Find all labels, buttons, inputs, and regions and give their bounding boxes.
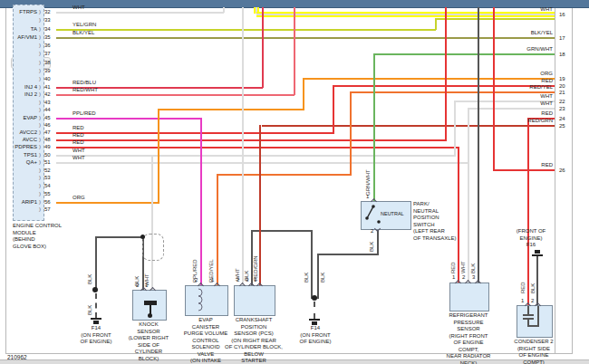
wire-blk-knock-drain[interactable] bbox=[96, 236, 143, 238]
cond-plate1 bbox=[523, 314, 534, 316]
ecm-pin-number: 46 bbox=[44, 122, 51, 129]
ecm-pin-wire-color: ORG bbox=[72, 195, 85, 201]
ecm-pin-bracket: ) bbox=[39, 206, 41, 213]
wire-pdpres-red[interactable] bbox=[56, 147, 459, 148]
ecm-pin-wire-color: RED/BLU bbox=[72, 80, 96, 86]
wire-refblk-up[interactable] bbox=[478, 7, 479, 283]
wire-inj2-redwht[interactable] bbox=[56, 94, 294, 96]
wire-evap-pplred[interactable] bbox=[56, 118, 201, 120]
wire-wht-t23[interactable] bbox=[468, 108, 555, 110]
ecm-pin-number: 39 bbox=[44, 68, 51, 74]
wire-inj4-up[interactable] bbox=[262, 7, 264, 88]
wire-left-gnd[interactable] bbox=[95, 236, 97, 290]
pcs-box[interactable] bbox=[234, 285, 275, 316]
wire-avcc-up[interactable] bbox=[445, 7, 447, 141]
wire-avcc2-riser[interactable] bbox=[333, 85, 334, 134]
bottom-scrollbar[interactable] bbox=[0, 359, 589, 364]
ecm-pin-wire-color: BLK/YEL bbox=[72, 30, 94, 36]
wire-yelgrn-riser[interactable] bbox=[435, 18, 437, 30]
ecm-pin-number: 52 bbox=[44, 168, 51, 174]
switch-caption: PARK/ NEUTRAL POSITION SWITCH (LEFT REAR… bbox=[413, 201, 468, 242]
wire-redyel-lower[interactable] bbox=[217, 174, 352, 176]
wire-redyel-down[interactable] bbox=[217, 174, 218, 285]
wire-grnwht-down[interactable] bbox=[373, 53, 375, 201]
wire-redyel-riser[interactable] bbox=[350, 91, 352, 175]
wire-red-t26[interactable] bbox=[494, 169, 555, 171]
wire-arip1-org[interactable] bbox=[56, 202, 159, 204]
wire-cond-red-up[interactable] bbox=[527, 118, 529, 305]
ecm-pin-name: AVCC2 bbox=[10, 129, 37, 136]
wire-t26-up[interactable] bbox=[493, 7, 495, 171]
ecm-pin-bracket: ) bbox=[39, 17, 41, 24]
ecm-pin-number: 57 bbox=[44, 206, 51, 213]
wire-blk-switch-gnd[interactable] bbox=[319, 254, 379, 255]
wire-tps1-wht[interactable] bbox=[56, 155, 455, 157]
vlabel-switch-blk: BLK bbox=[369, 234, 375, 252]
diagram-id: 210962 bbox=[7, 354, 27, 360]
ecm-pin-number: 32 bbox=[44, 9, 51, 15]
terminal-wire-color: RED bbox=[503, 78, 553, 84]
wire-ta-yelgrn[interactable] bbox=[56, 29, 436, 31]
ecm-pin-wire-color: PPL/RED bbox=[72, 110, 96, 117]
ecm-pin-number: 40 bbox=[44, 76, 51, 82]
ground-f14-left-label: F14 (ON FRONT OF ENGINE) bbox=[72, 325, 120, 346]
ecm-pin-bracket: ) bbox=[39, 51, 41, 57]
ecm-pin-number: 45 bbox=[44, 115, 51, 121]
wiring-diagram-viewer: 210962 210962 ENGINE CONTROL MODULE (BEH… bbox=[0, 0, 589, 364]
ecm-pin-number: 56 bbox=[44, 199, 51, 206]
terminal-wire-color: WHT bbox=[503, 93, 553, 100]
wire-org-riser1[interactable] bbox=[158, 109, 159, 204]
wire-pplred-down[interactable] bbox=[200, 118, 202, 285]
evap-pin1-num: 1 bbox=[211, 277, 214, 283]
terminal-number: 25 bbox=[559, 123, 565, 129]
ecm-pin-bracket: ) bbox=[39, 183, 41, 189]
cond-right-lead bbox=[537, 306, 539, 326]
wire-pcs-wht-up[interactable] bbox=[242, 7, 244, 285]
ecm-pin-bracket: ) bbox=[39, 191, 41, 197]
wire-blk-r1[interactable] bbox=[317, 254, 319, 299]
ecm-pin-bracket: ) bbox=[39, 84, 41, 91]
wire-ftrps-wht[interactable] bbox=[56, 12, 224, 14]
wire-afvm1-blkyel[interactable] bbox=[56, 37, 555, 39]
wire-tps1-riser[interactable] bbox=[454, 101, 456, 157]
vlabel-ref-wht: WHT bbox=[460, 255, 467, 273]
wire-wht-t16[interactable] bbox=[256, 14, 555, 15]
ecm-pin-bracket: ) bbox=[39, 34, 41, 41]
wire-knock-wht[interactable] bbox=[151, 155, 153, 290]
ecm-pin-number: 51 bbox=[44, 159, 51, 166]
vlabel-cond-red: RED bbox=[520, 275, 526, 293]
terminal-number: 16 bbox=[559, 12, 565, 18]
wire-org-riser2[interactable] bbox=[303, 78, 304, 110]
ecm-pin-bracket: ) bbox=[39, 152, 41, 158]
vlabel-gnd-blk-2: BLK bbox=[87, 297, 93, 315]
wire-yelgrn-upper[interactable] bbox=[436, 18, 555, 20]
terminal-wire-color: WHT bbox=[503, 6, 553, 13]
pcs-pin1-num: 1 bbox=[254, 277, 256, 283]
wire-grnwht-t18[interactable] bbox=[374, 53, 555, 55]
ecm-pin-bracket: ) bbox=[39, 137, 41, 143]
wire-pcs-redgrn[interactable] bbox=[259, 125, 261, 285]
terminal-number: 26 bbox=[559, 168, 565, 174]
wire-refwht-down[interactable] bbox=[468, 108, 469, 283]
ecm-pin-number: 33 bbox=[44, 17, 51, 24]
wire-avcc-red[interactable] bbox=[56, 139, 446, 141]
ecm-pin-name: INJ 4 bbox=[10, 84, 37, 91]
wire-blk-pcs-gnd[interactable] bbox=[252, 230, 313, 232]
wire-inj2-up[interactable] bbox=[294, 7, 295, 95]
wire-blk-r2[interactable] bbox=[311, 230, 313, 299]
wire-switch-blk[interactable] bbox=[377, 228, 379, 255]
terminal-number: 20 bbox=[559, 83, 565, 90]
wire-cond-blk-up[interactable] bbox=[536, 256, 538, 305]
wire-qa-wht[interactable] bbox=[56, 162, 468, 164]
terminal-wire-color: RED/YEL bbox=[503, 84, 553, 91]
ecm-pin-number: 41 bbox=[44, 84, 51, 91]
cond-pin1-num: 1 bbox=[521, 298, 524, 304]
wire-avcc2-red[interactable] bbox=[56, 132, 333, 134]
wire-ftrps-up[interactable] bbox=[223, 7, 225, 13]
wire-org-mid[interactable] bbox=[159, 109, 304, 110]
terminal-number: 22 bbox=[559, 99, 565, 105]
refrigerant-sensor-box[interactable] bbox=[449, 283, 489, 311]
ecm-pin-bracket: ) bbox=[39, 129, 41, 136]
wire-redgrn-t25[interactable] bbox=[262, 125, 555, 127]
condenser-box[interactable] bbox=[517, 305, 553, 338]
